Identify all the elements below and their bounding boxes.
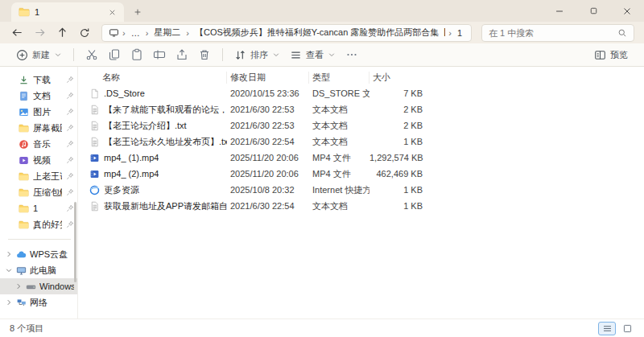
window-controls — [543, 0, 644, 22]
sidebar-item-folder-funny[interactable]: 真的好笑！叫 — [0, 216, 77, 232]
file-type: 文本文档 — [309, 104, 369, 116]
table-row[interactable]: 【来了就能下载和观看的论坛，纯免费！】.txt 2021/6/30 22:53 … — [78, 101, 644, 117]
file-explorer-window: 1 › … › 星期二 › 【COS视频步兵】推特福利姬Y-cancan 露脸赞… — [0, 0, 644, 337]
sidebar-scrollbar[interactable] — [74, 202, 76, 282]
sidebar-item-this-pc[interactable]: 此电脑 — [0, 262, 77, 278]
table-row[interactable]: 【老王论坛介绍】.txt 2021/6/30 22:53 文本文档 2 KB — [78, 117, 644, 134]
sidebar-item-pictures[interactable]: 图片 — [0, 104, 77, 120]
view-button-label: 查看 — [306, 49, 324, 61]
breadcrumb-ellipsis[interactable]: … — [129, 28, 142, 38]
more-options-button[interactable] — [341, 45, 363, 64]
file-date: 2021/6/30 22:54 — [227, 201, 309, 211]
column-header-size[interactable]: 大小 — [369, 72, 427, 84]
sidebar-item-folder-archive-tool[interactable]: 压缩包解密工 — [0, 184, 77, 200]
chevron-down-icon[interactable] — [5, 266, 13, 274]
file-text-icon — [89, 121, 100, 131]
view-button[interactable]: 查看 — [285, 45, 341, 64]
this-pc-icon[interactable] — [109, 27, 119, 38]
sidebar-item-music[interactable]: 音乐 — [0, 136, 77, 152]
column-header-date[interactable]: 修改日期 — [227, 72, 309, 84]
chevron-right-icon[interactable] — [5, 250, 13, 258]
file-type: Internet 快捷方式 — [309, 184, 369, 196]
breadcrumb-item-current[interactable]: 1 — [455, 28, 464, 38]
folder-icon — [19, 171, 29, 182]
table-row[interactable]: 获取最新地址及APP请发邮箱自动获取.txt 2021/6/30 22:54 文… — [78, 198, 644, 214]
file-name: 【老王论坛介绍】.txt — [104, 120, 187, 132]
column-header-type[interactable]: 类型 — [309, 72, 369, 84]
copy-button[interactable] — [103, 45, 126, 64]
pin-icon — [66, 108, 74, 116]
sidebar-item-wps-cloud[interactable]: WPS云盘 — [0, 246, 77, 262]
file-type: 文本文档 — [309, 200, 369, 212]
pin-icon — [66, 92, 74, 100]
view-icon — [290, 49, 302, 61]
file-size: 2 KB — [369, 105, 427, 114]
file-type: MP4 文件 — [309, 168, 369, 180]
table-row[interactable]: 【老王论坛永久地址发布页】.txt 2021/6/30 22:54 文本文档 1… — [78, 134, 644, 150]
close-button[interactable] — [610, 0, 644, 22]
chevron-right-icon[interactable] — [14, 282, 23, 290]
large-icons-view-button[interactable] — [618, 322, 636, 335]
folder-icon — [19, 123, 29, 134]
document-icon — [19, 91, 29, 101]
preview-button[interactable]: 预览 — [589, 45, 633, 64]
cut-button[interactable] — [80, 45, 103, 64]
breadcrumb[interactable]: › … › 星期二 › 【COS视频步兵】推特福利姬Y-cancan 露脸赞助作… — [101, 24, 472, 42]
file-date: 2025/11/20 20:06 — [227, 153, 309, 162]
video-icon — [19, 155, 29, 166]
forward-button[interactable] — [29, 24, 50, 42]
sidebar-item-documents[interactable]: 文档 — [0, 88, 77, 104]
maximize-button[interactable] — [576, 0, 610, 22]
sidebar-item-windows-ssd[interactable]: Windows-SSD — [0, 278, 77, 294]
drive-icon — [26, 282, 36, 292]
search-box[interactable] — [481, 24, 634, 42]
breadcrumb-item[interactable]: 星期二 — [151, 27, 183, 39]
folder-icon — [19, 203, 29, 214]
pin-icon — [66, 172, 74, 180]
minimize-button[interactable] — [543, 0, 576, 22]
search-input[interactable] — [489, 28, 613, 38]
sidebar-item-folder-1[interactable]: 1 — [0, 200, 77, 216]
status-bar: 8 个项目 — [0, 319, 644, 337]
refresh-button[interactable] — [74, 24, 95, 42]
sort-icon — [234, 49, 246, 61]
details-view-button[interactable] — [598, 322, 616, 335]
breadcrumb-separator: › — [145, 28, 150, 38]
breadcrumb-item[interactable]: 【COS视频步兵】推特福利姬Y-cancan 露脸赞助作品两部合集【1.7G】 — [192, 27, 445, 39]
column-headers: 名称 修改日期 类型 大小 — [78, 70, 644, 85]
file-size: 1 KB — [369, 185, 427, 195]
tab-strip: 1 — [0, 0, 644, 22]
chevron-right-icon[interactable] — [5, 298, 13, 306]
new-tab-button[interactable] — [130, 5, 145, 19]
table-row[interactable]: .DS_Store 2020/10/15 23:36 DS_STORE 文件 7… — [78, 85, 644, 101]
paste-button[interactable] — [126, 45, 148, 64]
sidebar-item-videos[interactable]: 视频 — [0, 152, 77, 168]
pc-icon — [16, 265, 27, 276]
sidebar-item-network[interactable]: 网络 — [0, 294, 77, 310]
back-button[interactable] — [6, 24, 27, 42]
picture-icon — [19, 107, 29, 117]
file-size: 2 KB — [369, 121, 427, 130]
rename-button[interactable] — [148, 45, 171, 64]
items-count: 8 个项目 — [10, 323, 43, 335]
sidebar-item-folder-laowang[interactable]: 上老王论坛当 — [0, 168, 77, 184]
explorer-tab[interactable]: 1 — [11, 2, 124, 22]
file-type: MP4 文件 — [309, 152, 369, 164]
column-header-name[interactable]: 名称 — [78, 72, 227, 84]
pin-icon — [66, 188, 74, 196]
file-text-icon — [89, 201, 100, 212]
table-row[interactable]: 更多资源 2025/10/8 20:32 Internet 快捷方式 1 KB — [78, 182, 644, 198]
table-row[interactable]: mp4_ (1).mp4 2025/11/20 20:06 MP4 文件 1,2… — [78, 150, 644, 166]
file-media-icon — [89, 153, 100, 163]
sort-button[interactable]: 排序 — [229, 45, 285, 64]
sidebar-item-screenshots[interactable]: 屏幕截图 — [0, 120, 77, 136]
up-button[interactable] — [52, 24, 72, 42]
file-name: mp4_ (1).mp4 — [104, 153, 159, 162]
file-size: 1 KB — [369, 201, 427, 211]
sidebar-item-downloads[interactable]: 下载 — [0, 72, 77, 88]
table-row[interactable]: mp4_ (2).mp4 2025/11/20 20:06 MP4 文件 462… — [78, 166, 644, 182]
delete-button[interactable] — [193, 45, 216, 64]
tab-close-icon[interactable] — [105, 5, 119, 19]
share-button[interactable] — [171, 45, 193, 64]
new-button[interactable]: 新建 — [11, 45, 67, 64]
